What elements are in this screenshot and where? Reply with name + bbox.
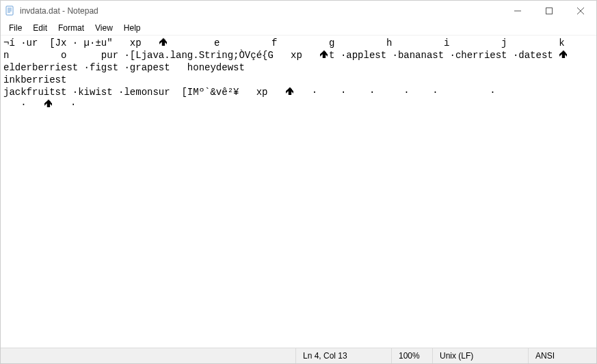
maximize-button[interactable]	[533, 1, 565, 21]
svg-rect-6	[546, 8, 553, 14]
status-line-ending: Unix (LF)	[432, 348, 528, 363]
menu-view[interactable]: View	[90, 22, 118, 34]
close-button[interactable]	[565, 1, 596, 21]
menu-help[interactable]: Help	[118, 22, 146, 34]
close-icon	[577, 8, 584, 14]
status-bar: Ln 4, Col 13 100% Unix (LF) ANSI	[1, 348, 596, 363]
maximize-icon	[546, 8, 553, 14]
text-editor[interactable]: ¬í ·ur [Jx · µ·±u" xp 🡹 e f g h i j k l …	[1, 35, 596, 348]
notepad-icon	[5, 5, 16, 16]
status-empty	[1, 348, 295, 363]
minimize-button[interactable]	[502, 1, 533, 21]
menu-format[interactable]: Format	[53, 22, 90, 34]
status-zoom: 100%	[391, 348, 432, 363]
content-line: inkberriest	[3, 74, 72, 85]
content-line: jackfruitst ·kiwist ·lemonsur [IMº`&vê²¥…	[3, 87, 496, 98]
menu-file[interactable]: File	[3, 22, 27, 34]
status-line-col: Ln 4, Col 13	[295, 348, 391, 363]
menu-edit[interactable]: Edit	[27, 22, 53, 34]
menu-bar: File Edit Format View Help	[1, 21, 596, 35]
content-line: n o pur ·[Ljava.lang.String;­ÒVçé{G xp 🡹…	[3, 50, 568, 61]
minimize-icon	[514, 8, 521, 14]
status-encoding: ANSI	[528, 348, 596, 363]
content-line: elderberriest ·figst ·grapest honeydewst	[3, 62, 250, 73]
window-title: invdata.dat - Notepad	[20, 6, 98, 16]
content-line: ¬í ·ur [Jx · µ·±u" xp 🡹 e f g h i j k l …	[3, 38, 596, 48]
title-bar: invdata.dat - Notepad	[1, 1, 596, 21]
content-line: · 🡹 ·	[3, 99, 76, 110]
